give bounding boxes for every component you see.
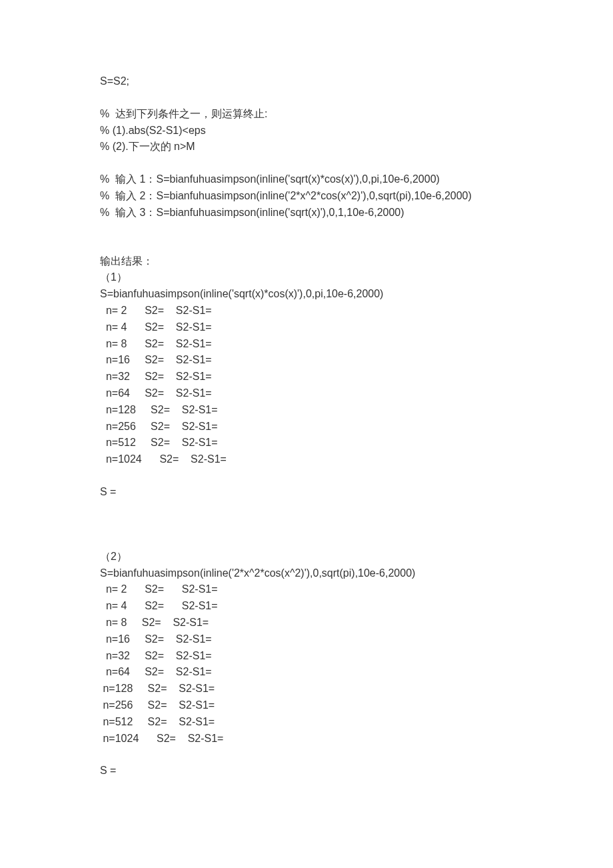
code-line: n=32 S2= S2-S1= xyxy=(100,369,513,385)
code-line: n=128 S2= S2-S1= xyxy=(100,402,513,419)
code-line: （2） xyxy=(100,549,513,565)
code-line: n=64 S2= S2-S1= xyxy=(100,664,513,681)
code-line: （1） xyxy=(100,269,513,286)
code-line: 输出结果： xyxy=(100,253,513,270)
code-line: n= 2 S2= S2-S1= xyxy=(100,303,513,319)
code-line: n= 8 S2= S2-S1= xyxy=(100,615,513,631)
blank-line xyxy=(100,517,513,533)
code-line: % (2).下一次的 n>M xyxy=(100,139,513,155)
document-body: S=S2;% 达到下列条件之一，则运算终止:% (1).abs(S2-S1)<e… xyxy=(100,73,513,779)
code-line: n=32 S2= S2-S1= xyxy=(100,648,513,665)
code-line: n= 4 S2= S2-S1= xyxy=(100,319,513,336)
code-line: n=1024 S2= S2-S1= xyxy=(100,731,513,747)
code-line: n= 8 S2= S2-S1= xyxy=(100,336,513,353)
code-line: S = xyxy=(100,484,513,501)
code-line: n=1024 S2= S2-S1= xyxy=(100,451,513,468)
code-line: % 输入 3：S=bianfuhuasimpson(inline('sqrt(x… xyxy=(100,205,513,221)
blank-line xyxy=(100,747,513,763)
blank-line xyxy=(100,221,513,237)
blank-line xyxy=(100,155,513,171)
code-line: n= 4 S2= S2-S1= xyxy=(100,598,513,615)
code-line: n=512 S2= S2-S1= xyxy=(100,714,513,731)
code-line: % 输入 1：S=bianfuhuasimpson(inline('sqrt(x… xyxy=(100,171,513,188)
code-line: n=256 S2= S2-S1= xyxy=(100,419,513,435)
code-line: n=64 S2= S2-S1= xyxy=(100,385,513,402)
code-line: n= 2 S2= S2-S1= xyxy=(100,581,513,598)
code-line: n=16 S2= S2-S1= xyxy=(100,352,513,369)
blank-line xyxy=(100,533,513,549)
code-line: S=bianfuhuasimpson(inline('2*x^2*cos(x^2… xyxy=(100,565,513,582)
blank-line xyxy=(100,501,513,517)
code-line: n=128 S2= S2-S1= xyxy=(100,681,513,697)
code-line: n=16 S2= S2-S1= xyxy=(100,631,513,648)
code-line: % 达到下列条件之一，则运算终止: xyxy=(100,106,513,123)
code-line: S=bianfuhuasimpson(inline('sqrt(x)*cos(x… xyxy=(100,286,513,303)
code-line: S=S2; xyxy=(100,73,513,90)
code-line: n=512 S2= S2-S1= xyxy=(100,435,513,451)
blank-line xyxy=(100,237,513,253)
code-line: % (1).abs(S2-S1)<eps xyxy=(100,123,513,139)
code-line: n=256 S2= S2-S1= xyxy=(100,697,513,714)
code-line: S = xyxy=(100,763,513,779)
blank-line xyxy=(100,90,513,106)
blank-line xyxy=(100,468,513,484)
code-line: % 输入 2：S=bianfuhuasimpson(inline('2*x^2*… xyxy=(100,188,513,205)
